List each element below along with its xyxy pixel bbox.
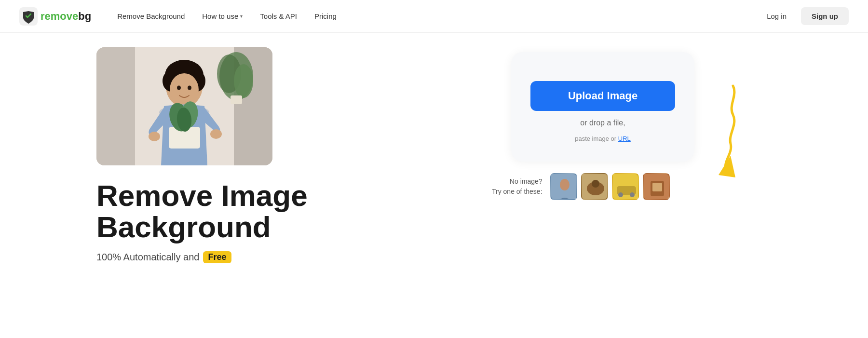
svg-point-36 (630, 192, 635, 197)
signup-button[interactable]: Sign up (801, 7, 849, 25)
paste-text: paste image or URL (575, 135, 631, 142)
nav-how-to-use[interactable]: How to use ▾ (195, 8, 249, 24)
nav-links: Remove Background How to use ▾ Tools & A… (110, 8, 760, 24)
upload-image-button[interactable]: Upload Image (530, 81, 675, 111)
svg-point-19 (188, 86, 191, 90)
svg-point-20 (149, 132, 160, 141)
chevron-down-icon: ▾ (240, 14, 243, 19)
url-link[interactable]: URL (618, 135, 631, 142)
free-badge: Free (203, 251, 231, 263)
navbar: removebg Remove Background How to use ▾ … (0, 0, 868, 33)
svg-rect-2 (96, 47, 135, 165)
hero-svg (96, 47, 272, 165)
sample-thumbnails (550, 173, 670, 200)
sample-label: No image? Try one of these: (492, 176, 542, 197)
upload-area-wrapper: Upload Image or drop a file, paste image… (511, 52, 694, 162)
left-section: Remove Image Background 100% Automatical… (96, 42, 434, 263)
nav-remove-background[interactable]: Remove Background (110, 8, 191, 24)
sample-thumb-2[interactable] (581, 173, 608, 200)
nav-actions: Log in Sign up (760, 7, 849, 25)
hero-title: Remove Image Background (96, 180, 338, 243)
sample-thumb-1[interactable] (550, 173, 577, 200)
nav-pricing[interactable]: Pricing (308, 8, 343, 24)
svg-rect-39 (652, 183, 662, 191)
logo-text: removebg (41, 10, 91, 23)
nav-tools-api[interactable]: Tools & API (253, 8, 304, 24)
right-section: Upload Image or drop a file, paste image… (434, 42, 772, 162)
svg-point-35 (618, 192, 623, 197)
hero-subtitle: 100% Automatically and Free (96, 251, 338, 263)
login-button[interactable]: Log in (760, 8, 793, 24)
hero-image (96, 47, 272, 165)
sample-thumb-4[interactable] (643, 173, 670, 200)
svg-rect-8 (231, 95, 242, 104)
upload-card: Upload Image or drop a file, paste image… (511, 52, 694, 162)
sample-thumb-3[interactable] (612, 173, 639, 200)
hero-text: Remove Image Background 100% Automatical… (96, 180, 338, 263)
svg-point-7 (234, 64, 253, 98)
svg-point-21 (210, 129, 222, 139)
svg-point-29 (560, 179, 570, 190)
drop-text: or drop a file, (580, 119, 625, 127)
logo[interactable]: removebg (19, 7, 91, 26)
svg-point-32 (592, 180, 599, 188)
svg-point-17 (170, 73, 199, 106)
logo-icon (19, 7, 38, 26)
svg-point-18 (177, 86, 181, 90)
main-content: Remove Image Background 100% Automatical… (0, 33, 868, 338)
